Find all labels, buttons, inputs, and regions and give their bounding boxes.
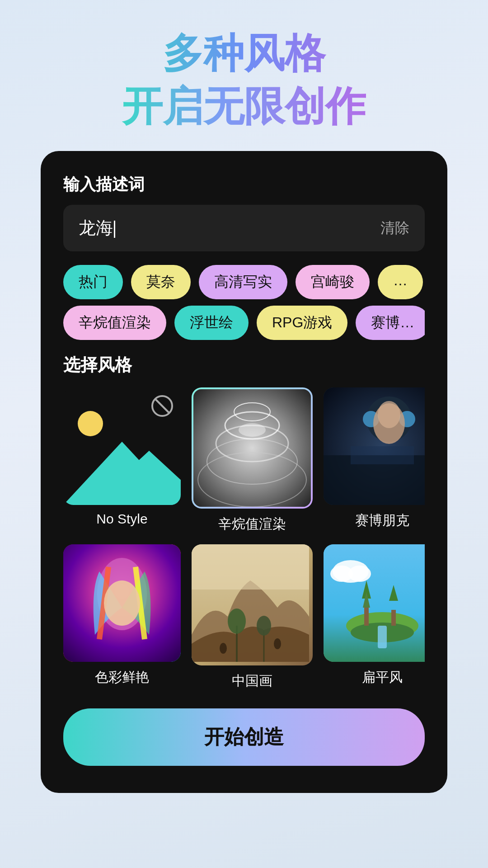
xinrao-svg <box>193 389 311 507</box>
svg-rect-31 <box>324 544 425 662</box>
headline-line1: 多种风格 <box>122 27 366 80</box>
no-style-icon <box>151 395 174 417</box>
style-label-sebo: 赛博朋克 <box>355 511 409 530</box>
style-thumb-no-style <box>63 387 181 505</box>
tags-row-2: 辛烷值渲染 浮世绘 RPG游戏 赛博… <box>63 306 425 340</box>
style-label-chinese: 中国画 <box>232 672 272 690</box>
clear-button[interactable]: 清除 <box>380 218 409 238</box>
svg-rect-5 <box>193 389 311 507</box>
style-section-label: 选择风格 <box>63 354 425 377</box>
svg-point-2 <box>78 411 103 436</box>
style-thumb-flat <box>324 544 425 662</box>
style-item-flat[interactable]: 扁平风 <box>324 544 425 690</box>
svg-rect-19 <box>351 446 414 464</box>
tag-miyazaki[interactable]: 宫崎骏 <box>296 265 370 299</box>
input-text[interactable]: 龙海 <box>79 217 380 240</box>
style-item-xinrao[interactable]: 辛烷值渲染 <box>192 387 313 533</box>
svg-line-1 <box>155 399 169 413</box>
svg-rect-41 <box>391 610 396 626</box>
style-label-no-style: No Style <box>96 511 147 527</box>
tag-xinrao[interactable]: 辛烷值渲染 <box>63 306 166 340</box>
input-wrapper[interactable]: 龙海 清除 <box>63 205 425 251</box>
svg-rect-38 <box>364 608 369 626</box>
main-card: 输入描述词 龙海 清除 热门 莫奈 高清写实 宫崎骏 … 辛烷值渲染 浮世绘 R… <box>41 151 447 793</box>
svg-point-27 <box>257 616 271 636</box>
color-svg <box>63 544 181 662</box>
style-item-sebo[interactable]: 赛博朋克 <box>324 387 425 533</box>
style-item-color[interactable]: 色彩鲜艳 <box>63 544 181 690</box>
svg-point-30 <box>274 638 281 649</box>
svg-point-29 <box>220 643 227 654</box>
tag-monet[interactable]: 莫奈 <box>131 265 191 299</box>
headline-line2: 开启无限创作 <box>122 80 366 133</box>
tag-ukiyo[interactable]: 浮世绘 <box>174 306 249 340</box>
tag-sebo[interactable]: 赛博… <box>356 306 425 340</box>
style-label-flat: 扁平风 <box>362 668 403 687</box>
style-item-no-style[interactable]: No Style <box>63 387 181 533</box>
style-thumb-chinese <box>192 544 313 665</box>
svg-point-11 <box>239 423 266 437</box>
svg-point-22 <box>104 580 140 626</box>
style-thumb-sebo <box>324 387 425 505</box>
tag-rpg[interactable]: RPG游戏 <box>257 306 347 340</box>
flat-svg <box>324 544 425 662</box>
create-button[interactable]: 开始创造 <box>63 708 425 766</box>
svg-rect-37 <box>378 626 387 648</box>
sebo-svg <box>324 387 425 505</box>
svg-rect-28 <box>192 544 309 590</box>
style-thumb-color <box>63 544 181 662</box>
tag-more1[interactable]: … <box>378 265 423 299</box>
chinese-svg <box>192 544 309 662</box>
style-grid: No Style <box>63 387 425 690</box>
style-label-xinrao: 辛烷值渲染 <box>218 515 286 533</box>
tags-row-1: 热门 莫奈 高清写实 宫崎骏 … <box>63 265 425 299</box>
headline: 多种风格 开启无限创作 <box>122 27 366 133</box>
svg-point-25 <box>228 609 246 634</box>
tag-hot[interactable]: 热门 <box>63 265 123 299</box>
style-item-chinese[interactable]: 中国画 <box>192 544 313 690</box>
svg-point-34 <box>348 566 371 582</box>
style-label-color: 色彩鲜艳 <box>95 668 149 687</box>
style-thumb-xinrao <box>192 387 313 509</box>
input-section-label: 输入描述词 <box>63 174 425 196</box>
tag-hd[interactable]: 高清写实 <box>199 265 287 299</box>
svg-point-17 <box>378 401 400 428</box>
